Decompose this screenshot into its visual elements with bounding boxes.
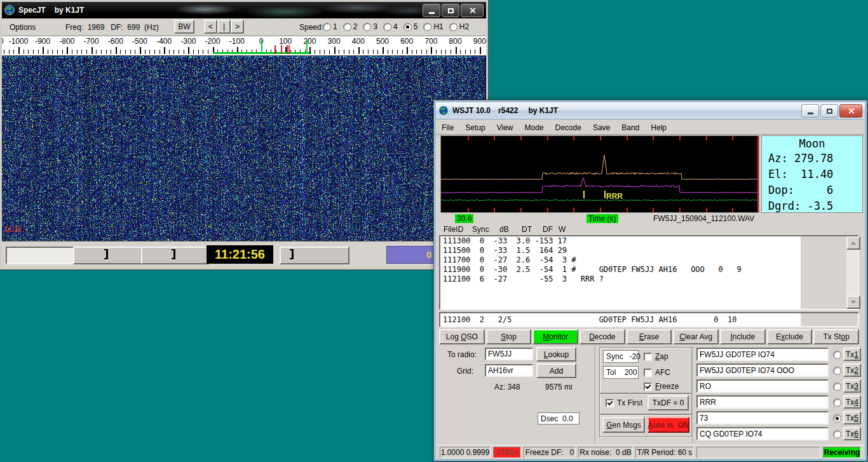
scroll-down-button[interactable] bbox=[846, 296, 860, 309]
decode-line[interactable]: 111700 0 -27 2.6 -54 3 # bbox=[440, 255, 801, 265]
slider-handle[interactable] bbox=[106, 249, 108, 259]
gain-slider-1[interactable] bbox=[73, 247, 142, 264]
checkbox-icon[interactable] bbox=[644, 353, 652, 361]
signal-plot-canvas[interactable] bbox=[441, 136, 759, 212]
options-menu[interactable]: Options bbox=[10, 23, 36, 32]
log-qso-button[interactable]: Log QSO bbox=[439, 329, 485, 344]
speed-option-1[interactable]: 1 bbox=[323, 22, 337, 31]
radio-icon[interactable] bbox=[449, 23, 458, 31]
radio-icon[interactable] bbox=[343, 23, 351, 31]
radio-icon[interactable] bbox=[383, 23, 391, 31]
freq-center-button[interactable]: | bbox=[217, 20, 231, 34]
gen-msgs-button[interactable]: Gen Msgs bbox=[602, 417, 645, 433]
minimize-button[interactable] bbox=[423, 4, 440, 17]
menu-setup[interactable]: Setup bbox=[459, 123, 491, 132]
tx2-button[interactable]: Tx2 bbox=[843, 363, 861, 377]
include-button[interactable]: Include bbox=[720, 329, 766, 344]
tx5-message-input[interactable] bbox=[696, 411, 829, 425]
gain-slider-2[interactable] bbox=[141, 247, 209, 264]
decode-line[interactable]: 112100 2 2/5 GD0TEP FW5JJ AH16 0 10 bbox=[440, 313, 801, 326]
zap-checkbox-row[interactable]: Zap bbox=[644, 352, 668, 361]
slider-handle[interactable] bbox=[292, 249, 294, 259]
tx3-button[interactable]: Tx3 bbox=[843, 379, 861, 393]
frequency-ruler[interactable]: -1100-1000-900-800-700-600-500-400-300-2… bbox=[2, 36, 486, 56]
decode-line[interactable]: 111300 0 -33 3.0 -153 17 bbox=[440, 236, 801, 246]
freq-left-button[interactable]: < bbox=[204, 20, 217, 34]
decode-button[interactable]: Decode bbox=[580, 329, 625, 344]
speed-option-h2[interactable]: H2 bbox=[449, 22, 469, 31]
tx2-message-input[interactable] bbox=[696, 363, 829, 377]
tx5-radio[interactable] bbox=[833, 414, 841, 423]
speed-option-4[interactable]: 4 bbox=[383, 22, 398, 31]
stop-button[interactable]: Stop bbox=[486, 329, 532, 344]
dsec-field[interactable]: Dsec 0.0 bbox=[538, 412, 580, 425]
menu-file[interactable]: File bbox=[436, 123, 459, 132]
checkbox-icon[interactable] bbox=[606, 399, 614, 407]
radio-icon[interactable] bbox=[403, 23, 412, 31]
bw-button[interactable]: BW bbox=[174, 20, 194, 34]
tx1-radio[interactable] bbox=[833, 351, 841, 359]
radio-icon[interactable] bbox=[363, 23, 371, 31]
afc-checkbox-row[interactable]: AFC bbox=[644, 368, 670, 377]
menu-save[interactable]: Save bbox=[587, 123, 616, 132]
tx1-message-input[interactable] bbox=[696, 348, 829, 361]
tx3-message-input[interactable] bbox=[696, 379, 829, 393]
specjt-titlebar[interactable]: SpecJT by K1JT bbox=[2, 2, 486, 18]
close-button[interactable] bbox=[461, 4, 484, 17]
tx4-message-input[interactable] bbox=[696, 395, 829, 409]
tx3-radio[interactable] bbox=[833, 383, 841, 391]
lookup-button[interactable]: Lookup bbox=[536, 347, 576, 362]
tolerance-field[interactable]: Tol 200 bbox=[603, 366, 639, 379]
decode-line[interactable]: 111500 0 -33 1.5 164 29 bbox=[440, 246, 801, 255]
tx4-radio[interactable] bbox=[833, 398, 841, 407]
auto-on-button[interactable]: Auto is ON bbox=[648, 417, 689, 433]
freq-right-button[interactable]: > bbox=[231, 20, 244, 34]
exclude-button[interactable]: Exclude bbox=[767, 329, 813, 344]
slider-handle[interactable] bbox=[173, 249, 175, 259]
tx2-radio[interactable] bbox=[833, 367, 841, 375]
to-radio-input[interactable] bbox=[485, 348, 533, 360]
minimize-button[interactable] bbox=[801, 104, 819, 118]
clear-avg-button[interactable]: Clear Avg bbox=[673, 329, 719, 344]
decode-text-area[interactable]: 111300 0 -33 3.0 -153 17 111500 0 -33 1.… bbox=[439, 235, 859, 310]
tx5-button[interactable]: Tx5 bbox=[843, 411, 861, 425]
radio-icon[interactable] bbox=[323, 23, 331, 31]
tx6-message-input[interactable] bbox=[696, 427, 829, 440]
tx6-radio[interactable] bbox=[833, 430, 841, 438]
waterfall-display[interactable]: 11:21 bbox=[2, 56, 486, 241]
decode-line[interactable]: 111900 0 -30 2.5 -54 1 # GD0TEP FW5JJ AH… bbox=[440, 265, 801, 275]
maximize-button[interactable] bbox=[442, 4, 459, 17]
grid-input[interactable] bbox=[485, 364, 533, 377]
tx4-button[interactable]: Tx4 bbox=[843, 395, 861, 409]
tx-first-checkbox-row[interactable]: Tx First bbox=[606, 398, 642, 407]
gain-slider-3[interactable] bbox=[280, 247, 349, 264]
signal-plot[interactable]: RRR bbox=[440, 135, 759, 213]
close-button[interactable] bbox=[839, 104, 862, 118]
waterfall-canvas[interactable] bbox=[2, 56, 485, 241]
txdf-button[interactable]: TxDF = 0 bbox=[648, 395, 689, 411]
wsjt-titlebar[interactable]: WSJT 10.0 r5422 by K1JT bbox=[436, 102, 865, 119]
decode-text[interactable]: 111300 0 -33 3.0 -153 17 111500 0 -33 1.… bbox=[440, 236, 801, 309]
decode-line[interactable]: 112100 6 -27 -55 3 RRR ? bbox=[440, 275, 801, 284]
tx-stop-button[interactable]: Tx Stop bbox=[813, 329, 859, 344]
scroll-up-button[interactable] bbox=[846, 236, 860, 250]
average-decode-text[interactable]: 112100 2 2/5 GD0TEP FW5JJ AH16 0 10 bbox=[440, 313, 801, 326]
menu-help[interactable]: Help bbox=[645, 123, 672, 132]
speed-option-h1[interactable]: H1 bbox=[423, 22, 443, 31]
radio-icon[interactable] bbox=[423, 23, 431, 31]
erase-button[interactable]: Erase bbox=[627, 329, 672, 344]
tx6-button[interactable]: Tx6 bbox=[843, 427, 861, 440]
average-decode-area[interactable]: 112100 2 2/5 GD0TEP FW5JJ AH16 0 10 bbox=[439, 312, 859, 327]
menu-mode[interactable]: Mode bbox=[519, 123, 550, 132]
tx1-button[interactable]: Tx1 bbox=[843, 348, 861, 361]
checkbox-icon[interactable] bbox=[644, 369, 652, 377]
speed-option-2[interactable]: 2 bbox=[343, 22, 358, 31]
speed-option-3[interactable]: 3 bbox=[363, 22, 377, 31]
freeze-checkbox-row[interactable]: Freeze bbox=[644, 382, 679, 391]
sync-threshold-field[interactable]: Sync -20 bbox=[603, 350, 639, 363]
monitor-button[interactable]: Monitor bbox=[532, 329, 578, 344]
maximize-button[interactable] bbox=[820, 104, 838, 118]
menu-decode[interactable]: Decode bbox=[550, 123, 587, 132]
menu-view[interactable]: View bbox=[491, 123, 519, 132]
menu-band[interactable]: Band bbox=[616, 123, 645, 132]
